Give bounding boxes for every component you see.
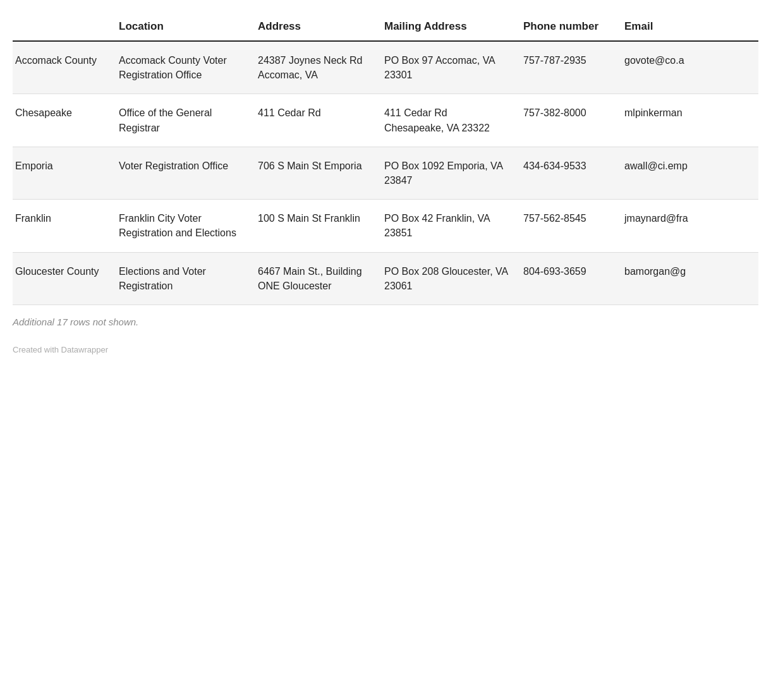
col-header-phone: Phone number xyxy=(518,13,619,41)
cell-address: 100 S Main St Franklin xyxy=(253,200,379,252)
cell-phone: 757-787-2935 xyxy=(518,41,619,94)
table-row: FranklinFranklin City Voter Registration… xyxy=(13,200,758,252)
cell-phone: 434-634-9533 xyxy=(518,147,619,199)
cell-email: govote@co.a xyxy=(619,41,758,94)
col-header-email: Email xyxy=(619,13,758,41)
cell-location: Accomack County Voter Registration Offic… xyxy=(114,41,253,94)
table-row: ChesapeakeOffice of the General Registra… xyxy=(13,94,758,147)
cell-email: mlpinkerman xyxy=(619,94,758,147)
col-header-location: Location xyxy=(114,13,253,41)
cell-phone: 804-693-3659 xyxy=(518,252,619,305)
cell-location: Franklin City Voter Registration and Ele… xyxy=(114,200,253,252)
cell-mailing: PO Box 42 Franklin, VA 23851 xyxy=(379,200,518,252)
cell-location: Elections and Voter Registration xyxy=(114,252,253,305)
voter-registration-table: Location Address Mailing Address Phone n… xyxy=(13,13,758,305)
table-row: Gloucester CountyElections and Voter Reg… xyxy=(13,252,758,305)
cell-mailing: PO Box 1092 Emporia, VA 23847 xyxy=(379,147,518,199)
table-row: Accomack CountyAccomack County Voter Reg… xyxy=(13,41,758,94)
cell-mailing: PO Box 208 Gloucester, VA 23061 xyxy=(379,252,518,305)
footer-note: Additional 17 rows not shown. xyxy=(13,317,758,327)
cell-address: 411 Cedar Rd xyxy=(253,94,379,147)
cell-mailing: 411 Cedar Rd Chesapeake, VA 23322 xyxy=(379,94,518,147)
table-row: EmporiaVoter Registration Office706 S Ma… xyxy=(13,147,758,199)
cell-location: Office of the General Registrar xyxy=(114,94,253,147)
cell-email: awall@ci.emp xyxy=(619,147,758,199)
cell-mailing: PO Box 97 Accomac, VA 23301 xyxy=(379,41,518,94)
cell-region: Franklin xyxy=(13,200,114,252)
cell-email: bamorgan@g xyxy=(619,252,758,305)
col-header-address: Address xyxy=(253,13,379,41)
cell-email: jmaynard@fra xyxy=(619,200,758,252)
cell-phone: 757-382-8000 xyxy=(518,94,619,147)
cell-region: Emporia xyxy=(13,147,114,199)
cell-address: 24387 Joynes Neck Rd Accomac, VA xyxy=(253,41,379,94)
cell-address: 6467 Main St., Building ONE Gloucester xyxy=(253,252,379,305)
footer-credit: Created with Datawrapper xyxy=(13,345,758,354)
cell-region: Accomack County xyxy=(13,41,114,94)
cell-phone: 757-562-8545 xyxy=(518,200,619,252)
col-header-mailing: Mailing Address xyxy=(379,13,518,41)
cell-region: Gloucester County xyxy=(13,252,114,305)
cell-address: 706 S Main St Emporia xyxy=(253,147,379,199)
cell-location: Voter Registration Office xyxy=(114,147,253,199)
cell-region: Chesapeake xyxy=(13,94,114,147)
col-header-region xyxy=(13,13,114,41)
